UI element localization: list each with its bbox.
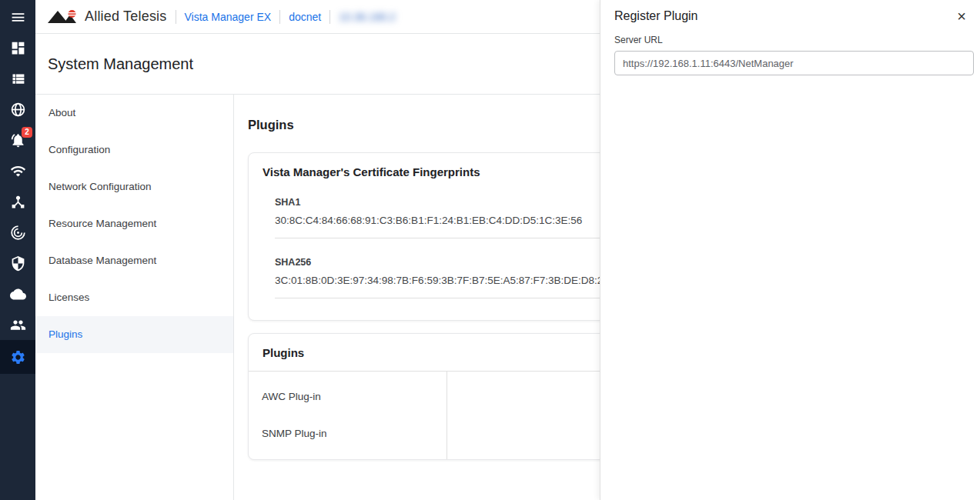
nav-item-plugins[interactable]: Plugins	[35, 316, 233, 353]
dashboard-icon	[10, 40, 26, 56]
nav-item-database-management[interactable]: Database Management	[35, 242, 233, 279]
sidebar-item-traffic-monitoring[interactable]	[0, 217, 35, 248]
sidebar-item-menu[interactable]	[0, 2, 35, 32]
product-link[interactable]: Vista Manager EX	[185, 11, 272, 23]
list-icon	[10, 71, 26, 87]
sidebar-item-users[interactable]	[0, 309, 35, 340]
server-url-input[interactable]	[614, 51, 974, 75]
app-root: 2	[0, 0, 980, 500]
wifi-icon	[10, 163, 26, 179]
allied-telesis-logo[interactable]: Allied Telesis	[47, 8, 167, 26]
sidebar-item-settings[interactable]	[0, 340, 35, 374]
sidebar-item-network-services[interactable]	[0, 186, 35, 217]
server-url-label: Server URL	[614, 35, 974, 45]
vortex-icon	[10, 225, 26, 241]
sidebar-item-dashboard[interactable]	[0, 32, 35, 63]
nav-item-configuration[interactable]: Configuration	[35, 132, 233, 168]
cloud-icon	[10, 286, 26, 302]
sidebar-item-network-map[interactable]	[0, 94, 35, 125]
sidebar-item-asset-list[interactable]	[0, 63, 35, 94]
people-icon	[10, 317, 26, 333]
gear-icon	[10, 349, 26, 365]
nav-item-network-configuration[interactable]: Network Configuration	[35, 168, 233, 205]
page-title: System Management	[48, 55, 193, 73]
sidebar-item-cloud[interactable]	[0, 278, 35, 309]
globe-icon	[10, 102, 26, 118]
register-plugin-panel: Register Plugin × Server URL	[600, 0, 980, 500]
sidebar-item-wireless[interactable]	[0, 155, 35, 186]
panel-title: Register Plugin	[614, 9, 698, 23]
icon-sidebar: 2	[0, 0, 35, 500]
sidebar-item-security[interactable]	[0, 248, 35, 278]
plugins-name-column: AWC Plug-in SNMP Plug-in	[249, 372, 447, 459]
device-hub-icon	[10, 194, 26, 210]
nav-item-licenses[interactable]: Licenses	[35, 279, 233, 316]
topbar-separator	[176, 10, 176, 24]
shield-icon	[10, 255, 26, 272]
hamburger-menu-icon	[10, 9, 26, 25]
brand-name: Allied Telesis	[85, 8, 167, 25]
redacted-address-link[interactable]: 10.36.180.2	[339, 11, 396, 23]
plugin-row-awc[interactable]: AWC Plug-in	[249, 378, 447, 415]
topbar-separator	[279, 10, 280, 24]
settings-nav: About Configuration Network Configuratio…	[35, 95, 234, 500]
panel-titlebar: Register Plugin ×	[614, 0, 974, 23]
plugin-row-snmp[interactable]: SNMP Plug-in	[249, 415, 447, 452]
sidebar-item-events[interactable]: 2	[0, 125, 35, 155]
close-icon[interactable]: ×	[949, 9, 974, 23]
nav-item-resource-management[interactable]: Resource Management	[35, 205, 233, 242]
allied-telesis-logo-icon	[47, 8, 79, 26]
nav-item-about[interactable]: About	[35, 95, 233, 132]
topbar-separator	[329, 10, 330, 24]
notifications-badge: 2	[22, 127, 32, 138]
network-link[interactable]: docnet	[289, 11, 321, 23]
